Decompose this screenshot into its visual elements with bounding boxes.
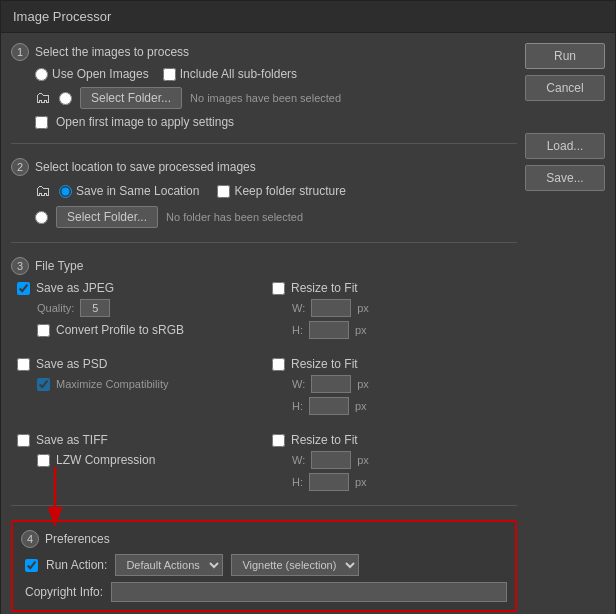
section-4: 4 Preferences Run Action: Default Action… (11, 520, 517, 612)
select-folder-button[interactable]: Select Folder... (80, 87, 182, 109)
no-folder-text: No folder has been selected (166, 211, 303, 223)
lzw-check[interactable] (37, 454, 50, 467)
section-4-header: 4 Preferences (21, 530, 507, 548)
save-same-label: Save in Same Location (76, 184, 199, 198)
no-images-text: No images have been selected (190, 92, 341, 104)
save-psd-check[interactable] (17, 358, 30, 371)
include-subfolders-check[interactable] (163, 68, 176, 81)
select-folder2-button[interactable]: Select Folder... (56, 206, 158, 228)
h-label1: H: (292, 324, 303, 336)
save-same-option[interactable]: Save in Same Location (59, 184, 199, 198)
use-open-images-radio[interactable] (35, 68, 48, 81)
copyright-input[interactable] (111, 582, 507, 602)
section-3-label: File Type (35, 259, 83, 273)
run-action-check[interactable] (25, 559, 38, 572)
px1-label: px (357, 302, 369, 314)
width-tiff-input[interactable] (311, 451, 351, 469)
resize-fit-jpeg-check[interactable] (272, 282, 285, 295)
height-tiff-row: H: px (272, 473, 517, 491)
load-button[interactable]: Load... (525, 133, 605, 159)
content-area: 1 Select the images to process Use Open … (1, 33, 615, 614)
step-1-circle: 1 (11, 43, 29, 61)
width-psd-input[interactable] (311, 375, 351, 393)
run-button[interactable]: Run (525, 43, 605, 69)
save-psd-label: Save as PSD (36, 357, 107, 371)
save-location-row: 🗂 Save in Same Location Keep folder stru… (11, 182, 517, 200)
save-jpeg-row: Save as JPEG (17, 281, 262, 295)
keep-folder-check[interactable] (217, 185, 230, 198)
step-3-circle: 3 (11, 257, 29, 275)
px4-label: px (355, 400, 367, 412)
resize-fit-tiff-row: Resize to Fit (272, 433, 517, 447)
open-first-image-check[interactable] (35, 116, 48, 129)
side-buttons: Run Cancel Load... Save... (525, 43, 605, 614)
quality-input[interactable] (80, 299, 110, 317)
use-open-images-label: Use Open Images (52, 67, 149, 81)
height-jpeg-row: H: px (272, 321, 517, 339)
copyright-label: Copyright Info: (25, 585, 103, 599)
psd-block: Save as PSD Resize to Fit Maximize Compa… (11, 357, 517, 415)
include-subfolders-label: Include All sub-folders (180, 67, 297, 81)
width-jpeg-row: W: px (272, 299, 517, 317)
resize-fit-jpeg-label: Resize to Fit (291, 281, 358, 295)
height-psd-input[interactable] (309, 397, 349, 415)
h-label3: H: (292, 476, 303, 488)
resize-fit-tiff-check[interactable] (272, 434, 285, 447)
dialog-title: Image Processor (13, 9, 111, 24)
cancel-button[interactable]: Cancel (525, 75, 605, 101)
section-1-header: 1 Select the images to process (11, 43, 517, 61)
px3-label: px (357, 378, 369, 390)
px5-label: px (357, 454, 369, 466)
use-open-images-option[interactable]: Use Open Images (35, 67, 149, 81)
default-actions-select[interactable]: Default Actions (115, 554, 223, 576)
open-first-image-label: Open first image to apply settings (56, 115, 234, 129)
h-label2: H: (292, 400, 303, 412)
step-4-circle: 4 (21, 530, 39, 548)
keep-folder-option[interactable]: Keep folder structure (217, 184, 345, 198)
resize-fit-psd-check[interactable] (272, 358, 285, 371)
keep-folder-label: Keep folder structure (234, 184, 345, 198)
px2-label: px (355, 324, 367, 336)
image-source-group: Use Open Images Include All sub-folders (11, 67, 517, 81)
open-first-image-row: Open first image to apply settings (11, 115, 517, 129)
image-processor-dialog: Image Processor 1 Select the images to p… (0, 0, 616, 614)
convert-profile-row: Convert Profile to sRGB (17, 321, 262, 339)
save-location-icon: 🗂 (35, 182, 51, 200)
height-jpeg-input[interactable] (309, 321, 349, 339)
save-jpeg-label: Save as JPEG (36, 281, 114, 295)
width-psd-row: W: px (272, 375, 517, 393)
lzw-label: LZW Compression (56, 453, 155, 467)
select-folder-row: 🗂 Select Folder... No images have been s… (11, 87, 517, 109)
max-compat-check[interactable] (37, 378, 50, 391)
height-tiff-input[interactable] (309, 473, 349, 491)
section-2: 2 Select location to save processed imag… (11, 158, 517, 228)
save-jpeg-check[interactable] (17, 282, 30, 295)
width-jpeg-input[interactable] (311, 299, 351, 317)
folder-icon: 🗂 (35, 89, 51, 107)
convert-profile-check[interactable] (37, 324, 50, 337)
save-tiff-row: Save as TIFF (17, 433, 262, 447)
select-folder2-radio[interactable] (35, 211, 48, 224)
resize-fit-jpeg-row: Resize to Fit (272, 281, 517, 295)
save-button[interactable]: Save... (525, 165, 605, 191)
run-action-label: Run Action: (46, 558, 107, 572)
section-2-label: Select location to save processed images (35, 160, 256, 174)
run-action-row: Run Action: Default Actions Vignette (se… (21, 554, 507, 576)
step-2-circle: 2 (11, 158, 29, 176)
section-2-header: 2 Select location to save processed imag… (11, 158, 517, 176)
w-label2: W: (292, 378, 305, 390)
include-subfolders-option[interactable]: Include All sub-folders (163, 67, 297, 81)
save-psd-row: Save as PSD (17, 357, 262, 371)
resize-fit-psd-label: Resize to Fit (291, 357, 358, 371)
save-tiff-check[interactable] (17, 434, 30, 447)
save-same-radio[interactable] (59, 185, 72, 198)
quality-row: Quality: (17, 299, 262, 317)
resize-fit-tiff-label: Resize to Fit (291, 433, 358, 447)
section-4-label: Preferences (45, 532, 110, 546)
vignette-select[interactable]: Vignette (selection) (231, 554, 359, 576)
select-folder-radio[interactable] (59, 92, 72, 105)
title-bar: Image Processor (1, 1, 615, 33)
px6-label: px (355, 476, 367, 488)
lzw-row: LZW Compression (17, 451, 262, 469)
w-label3: W: (292, 454, 305, 466)
